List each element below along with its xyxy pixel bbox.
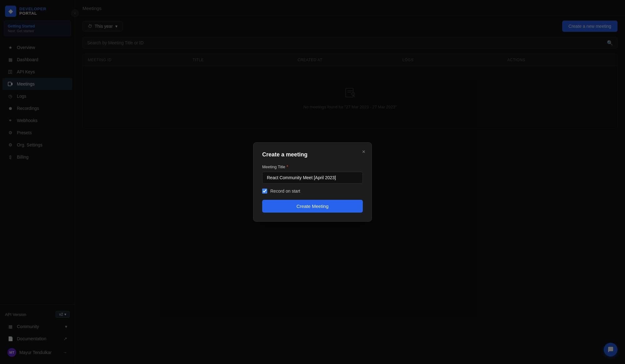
record-on-start-row: Record on start	[262, 189, 363, 194]
modal-overlay[interactable]: Create a meeting × Meeting Title * Recor…	[0, 0, 625, 364]
required-indicator: *	[287, 164, 288, 169]
modal-title: Create a meeting	[262, 151, 363, 158]
create-meeting-button[interactable]: Create Meeting	[262, 200, 363, 213]
meeting-title-input[interactable]	[262, 172, 363, 184]
record-on-start-label: Record on start	[270, 189, 300, 194]
modal-close-button[interactable]: ×	[361, 148, 367, 156]
record-on-start-checkbox[interactable]	[262, 189, 267, 194]
meeting-title-label: Meeting Title *	[262, 164, 363, 169]
create-meeting-modal: Create a meeting × Meeting Title * Recor…	[253, 142, 372, 222]
